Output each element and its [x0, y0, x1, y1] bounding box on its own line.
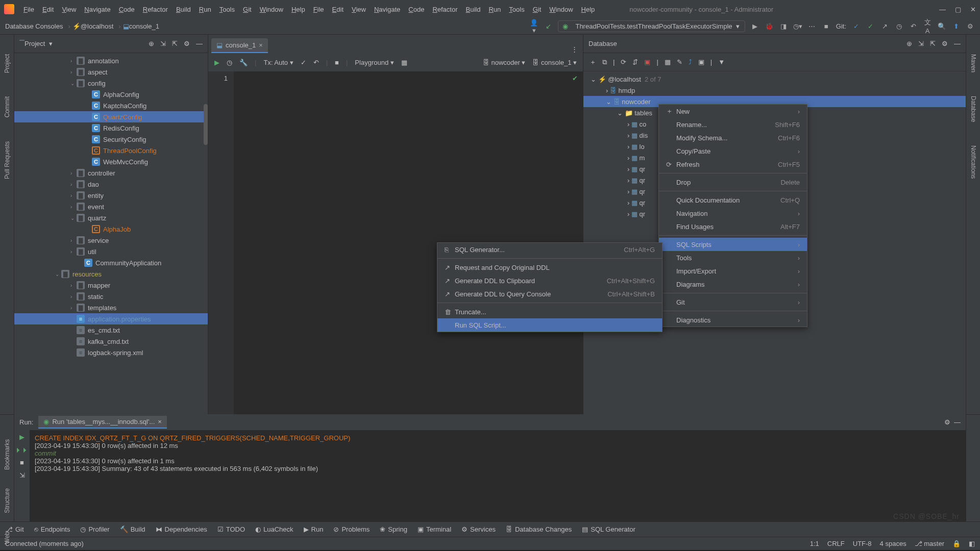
menu-item[interactable]: Git›: [659, 295, 807, 309]
tree-item[interactable]: ›▇event: [14, 201, 208, 212]
tree-item[interactable]: ›▇annotation: [14, 55, 208, 66]
hide-icon[interactable]: —: [954, 40, 961, 47]
menu-view[interactable]: View: [348, 4, 370, 15]
debug-icon[interactable]: 🐞: [765, 22, 774, 30]
left-tool-commit[interactable]: Commit: [4, 92, 11, 121]
menu-window[interactable]: Window: [545, 4, 577, 15]
bottom-tool-database-changes[interactable]: 🗄Database Changes: [506, 525, 572, 533]
git-branch[interactable]: ⎇ master: [915, 540, 944, 547]
menu-help[interactable]: Help: [287, 4, 309, 15]
tree-item[interactable]: ›▇static: [14, 291, 208, 302]
resume-icon[interactable]: ⏵⏵: [15, 446, 29, 454]
collapse-icon[interactable]: ⇱: [930, 40, 936, 47]
settings-icon[interactable]: ⚙: [184, 40, 190, 47]
scrollbar[interactable]: [204, 104, 208, 145]
menu-refactor[interactable]: Refactor: [428, 4, 461, 15]
tree-item[interactable]: ›▇mapper: [14, 280, 208, 291]
menu-navigate[interactable]: Navigate: [370, 4, 404, 15]
menu-build[interactable]: Build: [172, 4, 195, 15]
schema-selector[interactable]: 🗄 nowcoder ▾: [483, 59, 526, 66]
commit-icon[interactable]: ✓: [301, 59, 306, 66]
select-opened-icon[interactable]: ⊕: [149, 40, 154, 47]
left-tool-structure[interactable]: Structure: [4, 484, 11, 517]
menu-item[interactable]: DropDelete: [659, 176, 807, 189]
tree-item[interactable]: ⌄▇resources: [14, 268, 208, 280]
execute-icon[interactable]: ▶: [214, 59, 219, 66]
git-push-icon[interactable]: ↗: [880, 22, 889, 30]
stop-icon[interactable]: ■: [822, 22, 831, 30]
bottom-tool-luacheck[interactable]: ◐LuaCheck: [255, 525, 293, 533]
menu-item[interactable]: Copy/Paste›: [659, 144, 807, 158]
settings-icon[interactable]: ⚙: [942, 40, 948, 47]
ide-icon[interactable]: ◧: [969, 540, 975, 547]
tree-item[interactable]: ≡logback-spring.xml: [14, 347, 208, 358]
playground-selector[interactable]: Playground ▾: [355, 59, 394, 66]
hide-icon[interactable]: —: [954, 418, 961, 426]
menu-item[interactable]: Import/Export›: [659, 264, 807, 278]
tree-item[interactable]: CCommunityApplication: [14, 257, 208, 268]
filter-icon[interactable]: ▼: [718, 58, 725, 66]
menu-run[interactable]: Run: [484, 4, 505, 15]
left-tool-web[interactable]: Web: [4, 528, 11, 548]
menu-item[interactable]: Quick DocumentationCtrl+Q: [659, 193, 807, 207]
collapse-icon[interactable]: ⇱: [172, 40, 178, 47]
menu-file[interactable]: File: [309, 4, 328, 15]
select-opened-icon[interactable]: ⊕: [906, 40, 912, 47]
menu-item[interactable]: Modify Schema...Ctrl+F6: [659, 131, 807, 144]
close-icon[interactable]: ✕: [970, 6, 976, 13]
stop-icon[interactable]: ▣: [644, 58, 650, 66]
expand-icon[interactable]: ⇲: [918, 40, 924, 47]
menu-item[interactable]: Diagrams›: [659, 278, 807, 291]
editor-tab[interactable]: ⬓ console_1 ×: [211, 38, 268, 53]
tree-item[interactable]: CQuartzConfig: [14, 111, 208, 122]
encoding[interactable]: UTF-8: [853, 540, 872, 547]
ide-update-icon[interactable]: ⬆: [951, 22, 961, 30]
git-rollback-icon[interactable]: ↶: [909, 22, 918, 30]
tx-mode[interactable]: Tx: Auto ▾: [263, 59, 293, 66]
menu-window[interactable]: Window: [256, 4, 287, 15]
run-settings-icon[interactable]: ⚙: [944, 418, 950, 426]
explain-icon[interactable]: 🔧: [239, 59, 248, 66]
left-tool-pull-requests[interactable]: Pull Requests: [4, 137, 11, 183]
menu-item[interactable]: ↗Generate DDL to ClipboardCtrl+Alt+Shift…: [437, 274, 662, 287]
menu-item[interactable]: Navigation›: [659, 207, 807, 220]
menu-item[interactable]: 🗑Truncate...: [437, 305, 662, 318]
tree-item[interactable]: ›▇aspect: [14, 66, 208, 78]
build-icon[interactable]: ↙: [544, 22, 553, 30]
expand-icon[interactable]: ⇲: [160, 40, 166, 47]
git-history-icon[interactable]: ◷: [894, 22, 903, 30]
menu-item[interactable]: ＋New›: [659, 105, 807, 118]
menu-git[interactable]: Git: [239, 4, 256, 15]
menu-edit[interactable]: Edit: [328, 4, 348, 15]
chevron-down-icon[interactable]: ▾: [49, 40, 53, 47]
run-icon[interactable]: ▶: [750, 22, 760, 30]
layout-icon[interactable]: ⇲: [19, 471, 25, 479]
bottom-tool-endpoints[interactable]: ⎋Endpoints: [34, 525, 70, 533]
tree-item[interactable]: CSecurityConfig: [14, 134, 208, 145]
bottom-tool-todo[interactable]: ☑TODO: [217, 525, 245, 533]
menu-git[interactable]: Git: [529, 4, 546, 15]
lock-icon[interactable]: 🔒: [952, 540, 961, 547]
settings-icon[interactable]: ⚙: [966, 22, 975, 30]
tree-item[interactable]: ⌄▇quartz: [14, 212, 208, 223]
add-icon[interactable]: ＋: [590, 58, 596, 67]
history-icon[interactable]: ◷: [227, 59, 232, 66]
menu-item[interactable]: SQL Scripts›: [659, 238, 807, 251]
refresh-icon[interactable]: ⟳: [621, 58, 626, 66]
run-config-selector[interactable]: ◉ ThreadPoolTests.testThreadPoolTaskExec…: [558, 20, 745, 32]
run-tab[interactable]: ◉ Run 'tables__mys...__innodb.sql'... ×: [38, 416, 166, 429]
left-tool-bookmarks[interactable]: Bookmarks: [4, 435, 11, 474]
table-icon[interactable]: ▦: [665, 58, 671, 66]
tree-item[interactable]: ›▇templates: [14, 302, 208, 313]
breadcrumb[interactable]: Database Consoles: [5, 22, 63, 30]
menu-refactor[interactable]: Refactor: [139, 4, 172, 15]
coverage-icon[interactable]: ◨: [779, 22, 788, 30]
close-tab-icon[interactable]: ×: [259, 41, 263, 49]
minimize-icon[interactable]: —: [939, 6, 946, 13]
translate-icon[interactable]: 文A: [923, 18, 932, 35]
bottom-tool-profiler[interactable]: ◷Profiler: [80, 525, 109, 533]
view-icon[interactable]: ▦: [401, 59, 407, 66]
tree-item[interactable]: CKaptchaConfig: [14, 100, 208, 111]
menu-view[interactable]: View: [58, 4, 80, 15]
menu-item[interactable]: ↗Request and Copy Original DDL: [437, 261, 662, 274]
